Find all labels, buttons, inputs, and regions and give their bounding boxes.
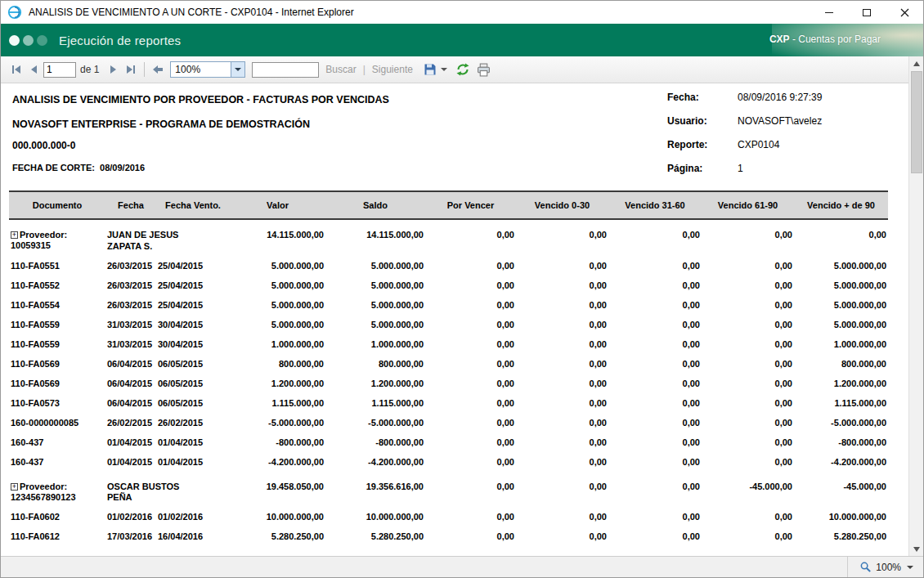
amount-cell: 0,00 [516,374,608,393]
amount-cell: 0,00 [608,276,702,295]
amount-cell: 0,00 [425,354,516,374]
amount-cell: 1.000.000,00 [794,334,888,354]
amount-cell: 1.200.000,00 [325,374,425,393]
export-dropdown-icon[interactable] [441,68,447,71]
date-cell: 31/03/2015 [105,315,156,334]
due-date-cell: 25/04/2015 [156,256,230,276]
amount-cell: 0,00 [516,393,608,413]
amount-cell: 5.000.000,00 [230,276,325,295]
table-row: 160-000000008526/02/201526/02/2015-5.000… [9,413,888,432]
amount-cell: 0,00 [608,507,702,526]
column-header: Fecha [105,191,156,219]
amount-cell: 0,00 [425,374,516,393]
amount-cell: 5.280.250,00 [230,526,325,546]
amount-cell: 0,00 [516,526,608,546]
amount-cell: 800.000,00 [325,354,425,374]
table-row: 110-FA056906/04/201506/05/2015800.000,00… [9,354,888,374]
vertical-scrollbar[interactable] [908,56,923,556]
supplier-code: 10059315 [11,240,104,250]
close-button[interactable] [886,1,923,24]
expand-icon[interactable]: + [11,483,18,491]
find-link[interactable]: Buscar [325,64,356,75]
maximize-button[interactable] [848,1,886,24]
amount-cell: -4.200.000,00 [325,452,425,472]
amount-cell: -45.000,00 [702,472,794,508]
amount-cell: 0,00 [702,276,794,295]
back-to-parent-button[interactable] [149,60,167,78]
app-header: Ejecución de reportes CXP - Cuentas por … [1,24,923,56]
amount-cell: 0,00 [608,413,702,432]
amount-cell: -5.000.000,00 [230,413,325,432]
page-number-input[interactable] [43,62,76,78]
brand-dots-icon [9,35,47,46]
column-header: Saldo [325,191,425,219]
amount-cell: 1.200.000,00 [230,374,325,393]
amount-cell: -800.000,00 [325,432,425,452]
document-cell: 160-437 [9,452,105,472]
find-next-link[interactable]: Siguiente [372,64,413,75]
zoom-dropdown-icon[interactable] [231,62,244,77]
due-date-cell: 30/04/2015 [156,334,230,354]
amount-cell: 0,00 [425,315,516,334]
export-button[interactable] [421,60,439,78]
page-count-label: de 1 [80,64,99,75]
meta-row: Usuario:NOVASOFT\avelez [667,115,822,129]
date-cell: 31/03/2015 [105,334,156,354]
amount-cell: 5.000.000,00 [230,256,325,276]
scrollbar-thumb[interactable] [911,71,922,173]
amount-cell: 0,00 [425,413,516,432]
browser-zoom-control[interactable]: 100% [847,557,923,577]
amount-cell: 0,00 [425,295,516,315]
amount-cell: 0,00 [608,315,702,334]
amount-cell: 5.000.000,00 [794,315,888,334]
scroll-down-icon[interactable] [909,542,923,556]
amount-cell: 0,00 [425,526,516,546]
previous-page-button[interactable] [25,60,43,78]
zoom-select[interactable]: 100% [170,61,245,78]
report-table: DocumentoFechaFecha Vento.ValorSaldoPor … [9,190,888,546]
amount-cell: 0,00 [608,526,702,546]
minimize-button[interactable] [810,1,848,24]
last-page-button[interactable] [122,60,140,78]
amount-cell: 0,00 [425,472,516,508]
column-header: Valor [230,191,325,219]
browser-window: ANALISIS DE VENCIMIENTO A UN CORTE - CXP… [0,0,924,578]
meta-value: CXP0104 [738,139,779,150]
amount-cell: 5.000.000,00 [794,256,888,276]
amount-cell: 5.000.000,00 [325,276,425,295]
column-header: Vencido + de 90 [794,191,888,219]
status-bar: 100% [1,556,923,577]
amount-cell: 0,00 [702,219,794,256]
amount-cell: 5.000.000,00 [794,295,888,315]
amount-cell: -800.000,00 [230,432,325,452]
amount-cell: 1.000.000,00 [325,334,425,354]
amount-cell: 0,00 [425,256,516,276]
amount-cell: -45.000,00 [794,472,888,508]
due-date-cell: 30/04/2015 [156,315,230,334]
amount-cell: 800.000,00 [230,354,325,374]
report-toolbar: de 1 100% Buscar | Siguiente [1,56,908,83]
date-cell: 01/04/2015 [105,452,156,472]
document-cell: 110-FA0569 [9,374,105,393]
expand-icon[interactable]: + [11,231,18,239]
document-cell: 160-437 [9,432,105,452]
date-cell: 26/03/2015 [105,256,156,276]
amount-cell: -5.000.000,00 [794,413,888,432]
amount-cell: 10.000.000,00 [230,507,325,526]
refresh-button[interactable] [454,60,472,78]
document-cell: 110-FA0559 [9,315,105,334]
amount-cell: 0,00 [608,334,702,354]
window-controls [810,1,923,24]
next-page-button[interactable] [104,60,122,78]
amount-cell: 0,00 [425,276,516,295]
scroll-up-icon[interactable] [909,56,923,70]
zoom-value: 100% [171,62,231,77]
document-cell: 110-FA0559 [9,334,105,354]
supplier-name: JUAN DE JESUS ZAPATA S. [107,230,192,253]
meta-value: 08/09/2016 9:27:39 [738,92,822,103]
document-cell: 110-FA0552 [9,276,105,295]
first-page-button[interactable] [7,60,25,78]
print-button[interactable] [475,60,493,78]
report-table-head-row: DocumentoFechaFecha Vento.ValorSaldoPor … [9,191,888,219]
search-input[interactable] [252,62,319,78]
